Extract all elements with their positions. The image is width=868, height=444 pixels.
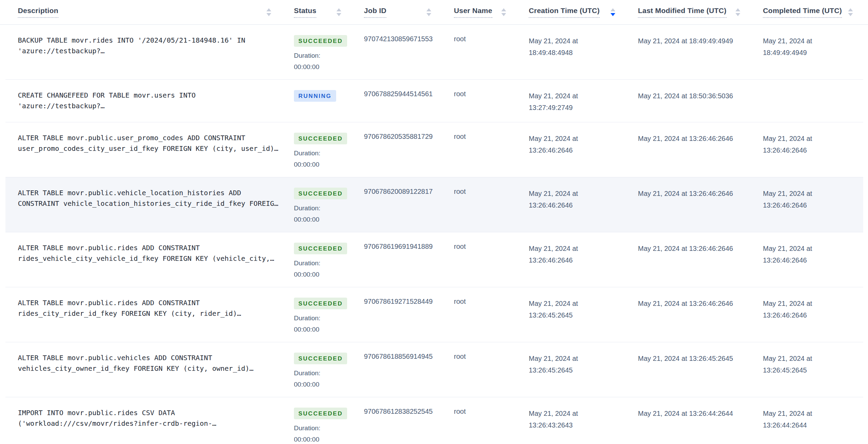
job-id: 970678620535881729	[364, 133, 433, 140]
job-description[interactable]: ALTER TABLE movr.public.vehicles ADD CON…	[18, 353, 284, 374]
job-id-cell: 970678612838252545	[364, 397, 454, 444]
duration-label: Duration:	[294, 149, 357, 157]
user-name-cell: root	[454, 122, 529, 177]
last-modified-time: May 21, 2024 at 13:26:46:2646	[638, 298, 733, 309]
completed-time: May 21, 2024 at 18:49:49:4949	[763, 35, 832, 58]
description-cell: ALTER TABLE movr.public.rides ADD CONSTR…	[0, 232, 294, 287]
creation-time-cell: May 21, 2024 at 13:26:46:2646	[529, 177, 638, 232]
creation-time-cell: May 21, 2024 at 13:26:43:2643	[529, 397, 638, 444]
status-badge: SUCCEEDED	[294, 408, 347, 419]
last-modified-time: May 21, 2024 at 18:50:36:5036	[638, 90, 733, 102]
table-body: BACKUP TABLE movr.rides INTO '/2024/05/2…	[0, 25, 868, 444]
job-description[interactable]: ALTER TABLE movr.public.vehicle_location…	[18, 188, 284, 209]
sort-arrows-icon[interactable]	[336, 8, 341, 16]
sort-desc-icon	[426, 13, 431, 16]
duration-label: Duration:	[294, 369, 357, 377]
duration-value: 00:00:00	[294, 271, 357, 278]
completed-cell: May 21, 2024 at 13:26:46:2646	[763, 177, 868, 232]
job-description[interactable]: ALTER TABLE movr.public.rides ADD CONSTR…	[18, 243, 284, 264]
table-row[interactable]: BACKUP TABLE movr.rides INTO '/2024/05/2…	[0, 25, 868, 80]
status-cell: SUCCEEDED Duration: 00:00:00	[294, 397, 364, 444]
user-name-cell: root	[454, 397, 529, 444]
last-modified-time: May 21, 2024 at 13:26:46:2646	[638, 188, 733, 199]
status-badge: RUNNING	[294, 90, 336, 102]
status-badge: SUCCEEDED	[294, 133, 347, 144]
sort-asc-icon	[610, 8, 615, 11]
header-cell-completed-time[interactable]: Completed Time (UTC)	[763, 0, 868, 24]
column-label: Description	[18, 7, 58, 18]
sort-arrows-icon[interactable]	[610, 8, 615, 16]
job-description[interactable]: IMPORT INTO movr.public.rides CSV DATA (…	[18, 408, 284, 429]
job-id-cell: 970678620535881729	[364, 122, 454, 177]
table-row[interactable]: ALTER TABLE movr.public.vehicle_location…	[0, 177, 868, 232]
job-description[interactable]: CREATE CHANGEFEED FOR TABLE movr.users I…	[18, 90, 284, 111]
sort-desc-icon	[336, 13, 341, 16]
table-row[interactable]: ALTER TABLE movr.public.vehicles ADD CON…	[0, 342, 868, 397]
sort-asc-icon	[426, 8, 431, 11]
sort-arrows-icon[interactable]	[426, 8, 431, 16]
duration-value: 00:00:00	[294, 381, 357, 388]
sort-desc-icon	[266, 13, 271, 16]
status-cell: SUCCEEDED Duration: 00:00:00	[294, 342, 364, 397]
header-cell-user-name[interactable]: User Name	[454, 0, 529, 24]
job-id-cell: 970678619271528449	[364, 287, 454, 342]
table-row[interactable]: ALTER TABLE movr.public.user_promo_codes…	[0, 122, 868, 177]
sort-arrows-icon[interactable]	[266, 8, 271, 16]
last-modified-time: May 21, 2024 at 13:26:44:2644	[638, 408, 733, 419]
header-cell-last-modified-time[interactable]: Last Modified Time (UTC)	[638, 0, 763, 24]
job-description[interactable]: ALTER TABLE movr.public.user_promo_codes…	[18, 133, 284, 154]
creation-time-cell: May 21, 2024 at 13:27:49:2749	[529, 80, 638, 122]
user-name-cell: root	[454, 25, 529, 80]
description-cell: ALTER TABLE movr.public.user_promo_codes…	[0, 122, 294, 177]
header-cell-status[interactable]: Status	[294, 0, 364, 24]
user-name: root	[454, 408, 466, 415]
header-cell-creation-time[interactable]: Creation Time (UTC)	[529, 0, 638, 24]
status-badge: SUCCEEDED	[294, 35, 347, 47]
table-row[interactable]: ALTER TABLE movr.public.rides ADD CONSTR…	[0, 287, 868, 342]
column-label: Creation Time (UTC)	[529, 7, 599, 18]
creation-time-cell: May 21, 2024 at 18:49:48:4948	[529, 25, 638, 80]
table-row[interactable]: IMPORT INTO movr.public.rides CSV DATA (…	[0, 397, 868, 444]
completed-cell: May 21, 2024 at 18:49:49:4949	[763, 25, 868, 80]
job-description[interactable]: BACKUP TABLE movr.rides INTO '/2024/05/2…	[18, 35, 284, 56]
sort-asc-icon	[848, 8, 853, 11]
status-cell: SUCCEEDED Duration: 00:00:00	[294, 25, 364, 80]
creation-time-cell: May 21, 2024 at 13:26:45:2645	[529, 287, 638, 342]
job-id: 970678619691941889	[364, 243, 433, 250]
duration-label: Duration:	[294, 314, 357, 322]
sort-asc-icon	[735, 8, 740, 11]
description-cell: CREATE CHANGEFEED FOR TABLE movr.users I…	[0, 80, 294, 122]
last-modified-cell: May 21, 2024 at 13:26:46:2646	[638, 232, 763, 287]
column-label: Last Modified Time (UTC)	[638, 7, 727, 18]
sort-arrows-icon[interactable]	[501, 8, 506, 16]
table-row[interactable]: ALTER TABLE movr.public.rides ADD CONSTR…	[0, 232, 868, 287]
last-modified-time: May 21, 2024 at 13:26:45:2645	[638, 353, 733, 364]
last-modified-time: May 21, 2024 at 13:26:46:2646	[638, 243, 733, 254]
table-row[interactable]: CREATE CHANGEFEED FOR TABLE movr.users I…	[0, 80, 868, 122]
sort-arrows-icon[interactable]	[735, 8, 740, 16]
job-id: 970742130859671553	[364, 35, 433, 43]
sort-asc-icon	[266, 8, 271, 11]
header-cell-description[interactable]: Description	[0, 0, 294, 24]
job-id: 970678612838252545	[364, 408, 433, 415]
completed-cell	[763, 80, 868, 122]
creation-time: May 21, 2024 at 13:26:45:2645	[529, 298, 597, 321]
duration-value: 00:00:00	[294, 326, 357, 333]
description-cell: ALTER TABLE movr.public.vehicles ADD CON…	[0, 342, 294, 397]
job-id: 970678618856914945	[364, 353, 433, 360]
status-cell: SUCCEEDED Duration: 00:00:00	[294, 232, 364, 287]
creation-time: May 21, 2024 at 13:26:46:2646	[529, 188, 597, 211]
sort-arrows-icon[interactable]	[848, 8, 853, 16]
completed-time: May 21, 2024 at 13:26:46:2646	[763, 243, 832, 266]
completed-cell: May 21, 2024 at 13:26:46:2646	[763, 122, 868, 177]
completed-time: May 21, 2024 at 13:26:46:2646	[763, 298, 832, 321]
status-badge: SUCCEEDED	[294, 298, 347, 309]
last-modified-cell: May 21, 2024 at 13:26:45:2645	[638, 342, 763, 397]
job-description[interactable]: ALTER TABLE movr.public.rides ADD CONSTR…	[18, 298, 284, 319]
creation-time: May 21, 2024 at 18:49:48:4948	[529, 35, 597, 58]
status-cell: SUCCEEDED Duration: 00:00:00	[294, 287, 364, 342]
job-id-cell: 970678618856914945	[364, 342, 454, 397]
user-name: root	[454, 90, 466, 98]
user-name: root	[454, 243, 466, 250]
header-cell-job-id[interactable]: Job ID	[364, 0, 454, 24]
